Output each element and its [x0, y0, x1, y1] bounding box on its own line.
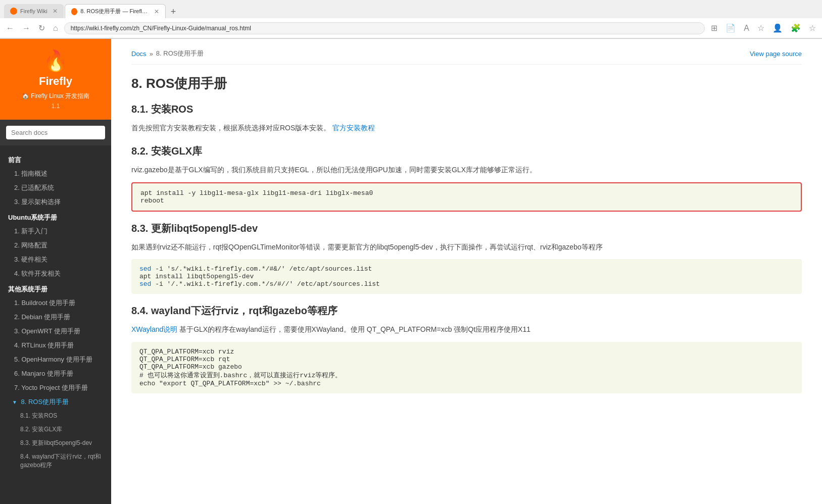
nav-item-network[interactable]: 2. 网络配置	[0, 238, 111, 253]
page-wrapper: 🔥 Firefly 🏠 Firefly Linux 开发指南 1.1 前言 1.…	[0, 39, 822, 504]
breadcrumb-current: 8. ROS使用手册	[156, 49, 204, 58]
nav-item-display-arch[interactable]: 3. 显示架构选择	[0, 195, 111, 209]
forward-icon[interactable]: →	[20, 22, 32, 35]
nav-item-debian[interactable]: 2. Debian 使用手册	[0, 310, 111, 324]
nav-item-rtlinux[interactable]: 4. RTLinux 使用手册	[0, 338, 111, 352]
nav-category-preface: 前言	[0, 152, 111, 167]
section-83-text: 如果遇到rviz还不能运行，rqt报QOpenGLTimeMonitor等错误，…	[131, 241, 802, 254]
nav-item-yocto[interactable]: 7. Yocto Project 使用手册	[0, 381, 111, 395]
nav-item-beginner[interactable]: 1. 新手入门	[0, 224, 111, 238]
section-84-content: 基于GLX的程序在wayland运行，需要使用XWayland。使用 QT_QP…	[179, 325, 530, 333]
section-84-text: XWayland说明 基于GLX的程序在wayland运行，需要使用XWayla…	[131, 324, 802, 336]
nav-subitem-update-libqt[interactable]: 8.3. 更新libqt5opengl5-dev	[0, 436, 111, 450]
nav-item-openharmony[interactable]: 5. OpenHarmony 使用手册	[0, 352, 111, 367]
nav-item-openwrt[interactable]: 3. OpenWRT 使用手册	[0, 324, 111, 338]
sidebar: 🔥 Firefly 🏠 Firefly Linux 开发指南 1.1 前言 1.…	[0, 39, 111, 504]
sidebar-logo: 🔥 Firefly 🏠 Firefly Linux 开发指南 1.1	[0, 39, 111, 120]
nav-item-software-dev[interactable]: 4. 软件开发相关	[0, 267, 111, 281]
xwayland-link[interactable]: XWayland说明	[131, 325, 177, 333]
nav-subitem-wayland[interactable]: 8.4. wayland下运行rviz，rqt和gazebo程序	[0, 450, 111, 472]
tab-favicon-2	[71, 8, 78, 15]
section-82-text: rviz.gazebo是基于GLX编写的，我们系统目前只支持EGL，所以他们无法…	[131, 164, 802, 176]
breadcrumb-separator: »	[150, 50, 153, 58]
tab-favicon-1	[10, 8, 17, 15]
nav-subitem-install-glx[interactable]: 8.2. 安装GLX库	[0, 423, 111, 436]
tab-bar: Firefly Wiki ✕ 8. ROS使用手册 — Firefly Wiki…	[0, 0, 822, 18]
section-title-81: 8.1. 安装ROS	[131, 103, 802, 116]
tab-firefly-wiki[interactable]: Firefly Wiki ✕	[4, 4, 64, 18]
section-title-82: 8.2. 安装GLX库	[131, 144, 802, 158]
reader-icon[interactable]: ⊞	[709, 21, 719, 35]
tab-close-1[interactable]: ✕	[53, 8, 58, 15]
tab-close-2[interactable]: ✕	[154, 8, 159, 15]
home-icon[interactable]: ⌂	[51, 22, 60, 35]
code-block-glx: apt install -y libgl1-mesa-glx libgl1-me…	[131, 182, 802, 212]
star-icon[interactable]: ☆	[755, 21, 766, 35]
nav-subitem-install-ros[interactable]: 8.1. 安装ROS	[0, 409, 111, 423]
user-icon[interactable]: 👤	[770, 21, 785, 35]
nav-item-compatible-systems[interactable]: 2. 已适配系统	[0, 181, 111, 195]
tab-title-1: Firefly Wiki	[20, 8, 47, 14]
section-81-text: 首先按照官方安装教程安装，根据系统选择对应ROS版本安装。 官方安装教程	[131, 122, 802, 134]
section-title-84: 8.4. wayland下运行rviz，rqt和gazebo等程序	[131, 304, 802, 318]
nav-item-manjaro[interactable]: 6. Manjaro 使用手册	[0, 367, 111, 381]
new-tab-button[interactable]: +	[167, 7, 180, 17]
address-bar: ← → ↻ ⌂ https://wiki.t-firefly.com/zh_CN…	[0, 18, 822, 38]
section-81-content: 首先按照官方安装教程安装，根据系统选择对应ROS版本安装。	[131, 124, 330, 132]
tab-title-2: 8. ROS使用手册 — Firefly Wiki	[80, 8, 149, 15]
view-source-link[interactable]: View page source	[750, 50, 802, 58]
code-sed-2: sed	[139, 280, 151, 288]
logo-icon: 🔥	[8, 49, 103, 73]
main-content: Docs » 8. ROS使用手册 View page source 8. RO…	[111, 39, 822, 504]
extensions-icon[interactable]: 🧩	[789, 21, 803, 35]
nav-item-hardware[interactable]: 3. 硬件相关	[0, 253, 111, 267]
page-title: 8. ROS使用手册	[131, 75, 802, 92]
nav-category-other: 其他系统手册	[0, 281, 111, 296]
logo-title: Firefly	[8, 75, 103, 88]
search-box	[0, 120, 111, 145]
back-icon[interactable]: ←	[4, 22, 16, 35]
reader-view-icon[interactable]: 📄	[723, 21, 738, 35]
font-icon[interactable]: A	[742, 22, 751, 35]
url-bar[interactable]: https://wiki.t-firefly.com/zh_CN/Firefly…	[64, 22, 705, 34]
logo-version: 1.1	[8, 103, 103, 110]
nav-item-guide-overview[interactable]: 1. 指南概述	[0, 167, 111, 181]
code-sed-1: sed	[139, 265, 151, 273]
browser-chrome: Firefly Wiki ✕ 8. ROS使用手册 — Firefly Wiki…	[0, 0, 822, 39]
code-block-wayland: QT_QPA_PLATFORM=xcb rviz QT_QPA_PLATFORM…	[131, 342, 802, 393]
official-install-link[interactable]: 官方安装教程	[332, 124, 375, 132]
code-block-sed: sed -i 's/.*wiki.t-firefly.com.*/#&/' /e…	[131, 259, 802, 294]
nav-category-ubuntu: Ubuntu系统手册	[0, 209, 111, 224]
menu-icon[interactable]: ☆	[807, 21, 818, 35]
breadcrumb: Docs » 8. ROS使用手册 View page source	[131, 49, 802, 65]
tab-ros-manual[interactable]: 8. ROS使用手册 — Firefly Wiki ✕	[65, 4, 166, 18]
logo-subtitle: 🏠 Firefly Linux 开发指南	[8, 92, 103, 100]
reload-icon[interactable]: ↻	[36, 21, 47, 35]
collapse-icon: ▼	[12, 399, 17, 405]
nav-section: 前言 1. 指南概述 2. 已适配系统 3. 显示架构选择 Ubuntu系统手册…	[0, 145, 111, 478]
section-title-83: 8.3. 更新libqt5opengl5-dev	[131, 222, 802, 235]
search-input[interactable]	[6, 126, 105, 139]
nav-item-buildroot[interactable]: 1. Buildroot 使用手册	[0, 296, 111, 310]
nav-item-ros-manual[interactable]: ▼ 8. ROS使用手册	[0, 395, 111, 409]
breadcrumb-docs-link[interactable]: Docs	[131, 50, 147, 58]
